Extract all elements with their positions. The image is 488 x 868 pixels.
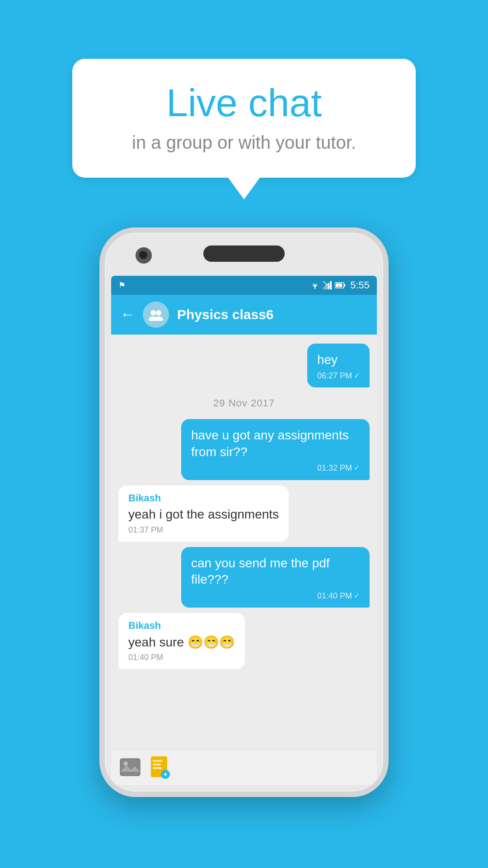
volume-button-2 — [99, 368, 102, 400]
back-button[interactable]: ← — [120, 306, 135, 323]
wifi-icon — [310, 281, 320, 289]
message-time: 06:27 PM ✓ — [317, 371, 360, 381]
status-left-icons: ⚑ — [118, 280, 126, 290]
message-time: 01:40 PM — [128, 652, 235, 663]
image-attachment-button[interactable] — [118, 755, 142, 779]
svg-rect-14 — [120, 759, 140, 776]
message-sent-2: have u got any assignments from sir?? 01… — [181, 419, 370, 480]
chat-area: hey 06:27 PM ✓ 29 Nov 2017 have u got an… — [111, 335, 377, 749]
message-time: 01:37 PM — [128, 525, 279, 535]
svg-rect-7 — [344, 284, 345, 287]
app-header: ← Physics class6 — [111, 295, 377, 335]
chat-input-area: + — [111, 749, 377, 785]
chat-title: Physics class6 — [177, 307, 274, 322]
svg-rect-19 — [153, 760, 163, 762]
svg-point-16 — [123, 761, 128, 766]
phone-screen: ⚑ — [111, 276, 377, 785]
date-divider: 29 Nov 2017 — [118, 393, 370, 414]
svg-rect-1 — [323, 287, 325, 289]
message-text: yeah i got the assignments — [128, 506, 279, 523]
message-text: hey — [317, 352, 360, 368]
message-sent-3: can you send me the pdf file??? 01:40 PM… — [181, 547, 370, 608]
phone-frame: ⚑ — [99, 227, 389, 797]
message-text: have u got any assignments from sir?? — [191, 427, 360, 460]
earpiece — [203, 245, 285, 262]
message-time: 01:40 PM ✓ — [191, 591, 360, 601]
message-text: can you send me the pdf file??? — [191, 555, 360, 588]
battery-icon: ⚡ — [335, 282, 346, 289]
power-button — [386, 341, 389, 382]
message-time: 01:32 PM ✓ — [191, 463, 360, 473]
phone-mockup: ⚑ — [99, 227, 389, 797]
signal-icon — [323, 281, 332, 289]
sender-name: Bikash — [128, 619, 235, 632]
svg-point-11 — [156, 310, 161, 316]
front-camera — [136, 247, 152, 264]
notification-icon: ⚑ — [118, 280, 126, 290]
svg-point-10 — [150, 310, 156, 316]
speech-bubble: Live chat in a group or with your tutor. — [72, 59, 416, 178]
volume-button — [99, 323, 102, 355]
group-icon — [148, 308, 164, 321]
message-sent-1: hey 06:27 PM ✓ — [307, 344, 370, 388]
document-icon: + — [150, 755, 170, 779]
svg-rect-20 — [153, 764, 161, 765]
svg-rect-21 — [153, 767, 162, 769]
bubble-subtitle: in a group or with your tutor. — [108, 132, 380, 153]
svg-text:+: + — [163, 770, 167, 778]
status-time: 5:55 — [350, 279, 370, 291]
bubble-title: Live chat — [108, 81, 380, 124]
svg-text:⚡: ⚡ — [337, 283, 341, 288]
document-attachment-button[interactable]: + — [148, 755, 172, 779]
svg-rect-2 — [325, 285, 327, 289]
sender-name: Bikash — [128, 492, 279, 505]
status-right-icons: ⚡ 5:55 — [310, 279, 370, 291]
status-bar: ⚑ — [111, 276, 377, 295]
message-received-1: Bikash yeah i got the assignments 01:37 … — [118, 486, 289, 542]
message-text: yeah sure 😁😁😁 — [128, 634, 235, 651]
svg-point-0 — [314, 288, 316, 289]
message-received-2: Bikash yeah sure 😁😁😁 01:40 PM — [118, 613, 245, 669]
image-icon — [119, 757, 141, 777]
group-avatar — [143, 302, 169, 328]
